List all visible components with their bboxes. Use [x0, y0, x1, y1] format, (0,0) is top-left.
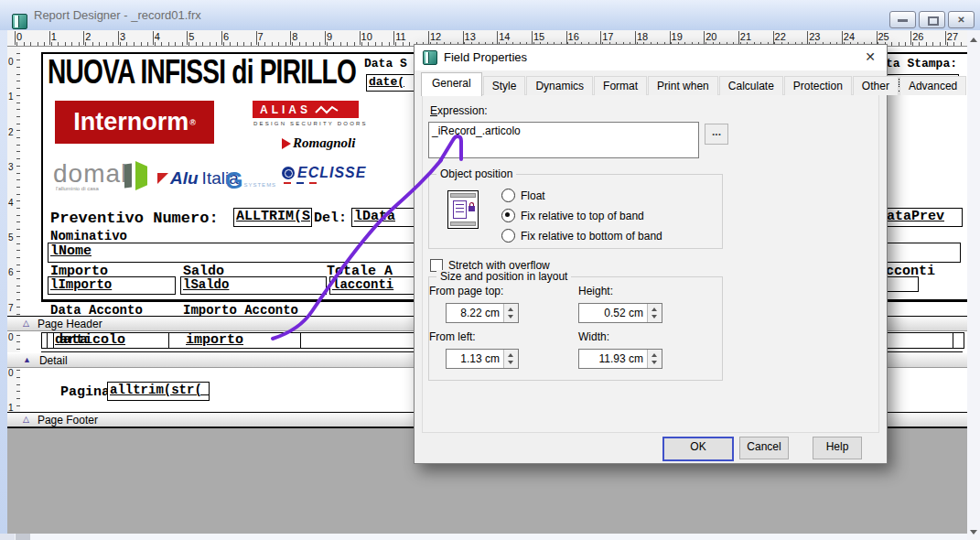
dialog-title-bar: Field Properties ✕ [415, 45, 887, 70]
radio-float[interactable]: Float [501, 189, 545, 202]
tab-calculate[interactable]: Calculate [719, 76, 783, 95]
internorm-logo: Internorm® [55, 101, 214, 144]
ruler-h-mark: 8 [292, 31, 297, 42]
ruler-v-mark: 5 [8, 232, 14, 243]
spinner-up-icon[interactable] [508, 353, 513, 357]
from-left-label: From left: [429, 330, 476, 343]
width-spinner[interactable] [647, 350, 662, 368]
from-left-spinner[interactable] [503, 350, 518, 368]
spinner-down-icon[interactable] [652, 361, 657, 364]
lock-icon [468, 206, 475, 211]
radio-fix-relative-to-bottom-of-band[interactable]: Fix relative to bottom of band [501, 229, 662, 243]
ruler-v-mark: 0 [8, 332, 14, 342]
from-page-top-field[interactable]: 8.22 cm [446, 303, 519, 323]
tab-format[interactable]: Format [594, 76, 647, 95]
scroll-down-icon[interactable] [970, 530, 977, 535]
band-label: Page Footer [38, 414, 98, 427]
horizontal-scrollbar[interactable] [0, 534, 980, 540]
from-left-field[interactable]: 1.13 cm [446, 349, 519, 369]
spinner-up-icon[interactable] [652, 308, 657, 311]
pagina-field[interactable]: alltrim(str(_ [107, 382, 210, 401]
ruler-h-mark: 4 [155, 31, 160, 42]
tab-protection[interactable]: Protection [784, 76, 852, 95]
from-left-value: 1.13 cm [460, 352, 500, 365]
domal-logo: domal [53, 159, 127, 189]
scroll-up-icon[interactable] [970, 38, 977, 42]
ruler-h-mark: 7 [258, 31, 264, 42]
width-label: Width: [578, 330, 609, 343]
tab-advanced[interactable]: Advanced [899, 76, 966, 95]
vertical-scrollbar[interactable] [967, 30, 980, 540]
expression-input[interactable]: _iRecord_.articolo [428, 122, 699, 158]
scrollbar-thumb[interactable] [16, 534, 30, 540]
tab-style[interactable]: Style [483, 76, 526, 95]
alias-logo: ALIAS [253, 101, 359, 118]
close-window-button[interactable]: ✕ [948, 11, 975, 28]
help-button[interactable]: Help [813, 437, 862, 459]
expression-browse-button[interactable]: ... [705, 124, 728, 145]
height-field[interactable]: 0.52 cm [578, 303, 662, 323]
dialog-close-icon[interactable]: ✕ [865, 49, 876, 64]
from-page-top-label: From page top: [429, 285, 503, 297]
ruler-h-mark: 10 [361, 31, 372, 42]
ruler-h-mark: 11 [395, 31, 405, 42]
window-title: Report Designer - _record01.frx [34, 8, 201, 22]
height-spinner[interactable] [647, 304, 662, 322]
registered-mark: ® [189, 118, 196, 127]
ruler-h-mark: 20 [705, 31, 716, 42]
ruler-v-mark: 0 [8, 368, 14, 378]
ruler-h-mark: 3 [120, 31, 125, 42]
ruler-h-mark: 19 [672, 31, 683, 42]
preventivo-field[interactable]: ALLTRIM(S [233, 208, 312, 227]
tab-dynamics[interactable]: Dynamics [526, 76, 593, 95]
spinner-down-icon[interactable] [508, 361, 513, 364]
ruler-h-mark: 22 [775, 31, 786, 42]
del-label: Del: [314, 211, 347, 226]
group-legend: Size and position in layout [436, 270, 571, 283]
title-bar: Report Designer - _record01.frx ✕ [0, 0, 980, 30]
lacconti-field[interactable]: lacconti [329, 276, 423, 295]
spinner-up-icon[interactable] [508, 308, 513, 311]
lsaldo-field[interactable]: lSaldo [180, 276, 327, 295]
ruler-h-mark: 6 [223, 31, 229, 42]
tab-print-when[interactable]: Print when [648, 76, 718, 95]
limporto-field[interactable]: lImporto [48, 276, 176, 295]
g-systems-logo: G SYSTEMS [225, 167, 276, 194]
minimize-button[interactable] [889, 11, 916, 28]
importo-column-field[interactable]: importo [186, 332, 243, 348]
ruler-h-mark: 14 [499, 31, 510, 42]
radio-button-icon[interactable] [501, 189, 515, 202]
articolo-field[interactable]: articolo [59, 332, 125, 348]
width-field[interactable]: 11.93 cm [578, 349, 662, 369]
spinner-down-icon[interactable] [652, 315, 657, 319]
band-collapse-icon[interactable]: △ [23, 416, 29, 424]
band-collapse-icon[interactable]: △ [23, 319, 29, 328]
alias-text: ALIAS [260, 103, 311, 116]
spinner-up-icon[interactable] [652, 353, 657, 357]
report-designer-window: Report Designer - _record01.frx ✕ 012345… [0, 0, 980, 540]
ruler-h-mark: 18 [637, 31, 648, 42]
ruler-h-mark: 12 [430, 31, 441, 42]
tab-general[interactable]: General [421, 72, 482, 96]
radio-button-icon[interactable] [501, 229, 515, 243]
tab-other[interactable]: Other [853, 76, 899, 95]
pagina-label: Pagina [60, 384, 110, 400]
eclisse-text: ECLISSE [297, 165, 366, 181]
radio-fix-relative-to-top-of-band[interactable]: Fix relative to top of band [501, 209, 644, 222]
radio-label: Float [521, 189, 545, 202]
cancel-button[interactable]: Cancel [739, 437, 789, 459]
radio-button-icon[interactable] [501, 209, 515, 222]
ruler-h-mark: 25 [878, 31, 889, 42]
g-letter: G [225, 167, 242, 194]
ok-button[interactable]: OK [662, 437, 734, 461]
maximize-button[interactable] [919, 11, 945, 28]
group-legend: Object position [436, 167, 516, 180]
scrollbar-corner [0, 534, 15, 540]
spinner-down-icon[interactable] [508, 315, 513, 319]
band-collapse-icon[interactable]: ▲ [23, 356, 31, 364]
from-page-top-spinner[interactable] [503, 304, 518, 322]
data-stampa-label-right: ta Stampa: [886, 57, 957, 70]
domal-icon [124, 164, 132, 189]
ruler-v-mark: 3 [8, 162, 14, 172]
field-properties-dialog: Field Properties ✕ GeneralStyleDynamicsF… [414, 44, 888, 464]
